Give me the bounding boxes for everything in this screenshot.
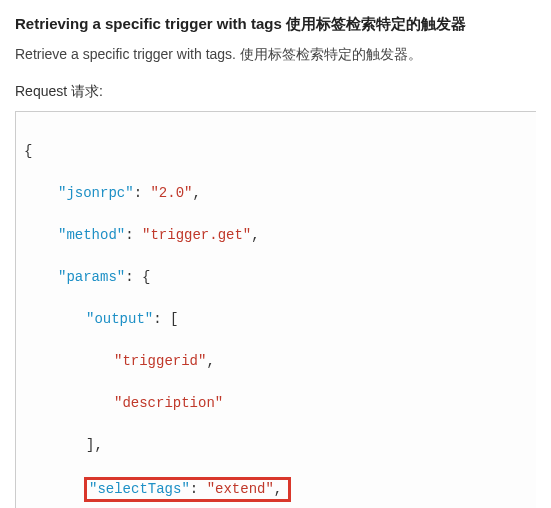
json-string: "trigger.get" xyxy=(142,227,251,243)
request-label: Request 请求: xyxy=(15,83,536,101)
colon: : xyxy=(134,185,142,201)
json-string: "extend" xyxy=(207,481,274,497)
json-string: "triggerid" xyxy=(114,353,206,369)
bracket-open: [ xyxy=(170,311,178,327)
colon: : xyxy=(125,269,133,285)
section-description: Retrieve a specific trigger with tags. 使… xyxy=(15,44,536,65)
colon: : xyxy=(125,227,133,243)
highlighted-line: "selectTags": "extend", xyxy=(84,477,291,502)
colon: : xyxy=(190,481,198,497)
json-key: "selectTags" xyxy=(89,481,190,497)
brace-open: { xyxy=(24,143,32,159)
brace-open: { xyxy=(142,269,150,285)
section-heading: Retrieving a specific trigger with tags … xyxy=(15,15,536,34)
json-key: "jsonrpc" xyxy=(58,185,134,201)
code-block: { "jsonrpc": "2.0", "method": "trigger.g… xyxy=(15,111,536,508)
json-key: "params" xyxy=(58,269,125,285)
comma: , xyxy=(192,185,200,201)
comma: , xyxy=(274,481,282,497)
comma: , xyxy=(206,353,214,369)
colon: : xyxy=(153,311,161,327)
comma: , xyxy=(94,437,102,453)
json-key: "output" xyxy=(86,311,153,327)
json-key: "method" xyxy=(58,227,125,243)
json-string: "description" xyxy=(114,395,223,411)
json-string: "2.0" xyxy=(150,185,192,201)
comma: , xyxy=(251,227,259,243)
